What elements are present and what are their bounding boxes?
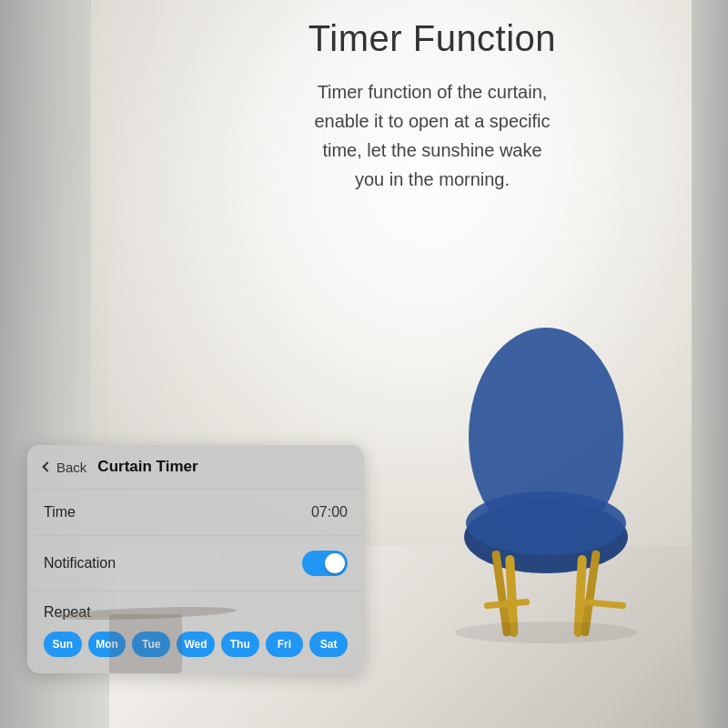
time-label: Time xyxy=(44,504,76,521)
table-leg xyxy=(109,614,182,673)
panel-header: Back Curtain Timer xyxy=(27,445,364,490)
curtain-right xyxy=(692,0,728,728)
chevron-left-icon xyxy=(42,461,52,471)
chair-image xyxy=(419,291,673,673)
notification-label: Notification xyxy=(44,555,116,571)
time-row: Time 07:00 xyxy=(27,490,364,536)
toggle-thumb xyxy=(325,553,345,573)
notification-toggle[interactable] xyxy=(302,551,348,576)
day-sat[interactable]: Sat xyxy=(309,632,348,657)
svg-point-2 xyxy=(466,491,626,555)
back-button[interactable]: Back xyxy=(44,460,86,475)
repeat-section: Repeat Sun Mon Tue Wed Thu Fri Sat xyxy=(27,592,364,673)
panel-title: Curtain Timer xyxy=(97,458,197,476)
page-subtitle: Timer function of the curtain,enable it … xyxy=(182,77,682,194)
time-value[interactable]: 07:00 xyxy=(311,504,348,521)
title-area: Timer Function Timer function of the cur… xyxy=(182,18,682,194)
page-title: Timer Function xyxy=(182,18,682,59)
notification-row: Notification xyxy=(27,536,364,592)
app-panel: Back Curtain Timer Time 07:00 Notificati… xyxy=(27,445,364,673)
day-sun[interactable]: Sun xyxy=(44,632,82,657)
back-label: Back xyxy=(56,460,86,475)
days-row: Sun Mon Tue Wed Thu Fri Sat xyxy=(44,632,348,657)
day-thu[interactable]: Thu xyxy=(221,632,259,657)
day-wed[interactable]: Wed xyxy=(177,632,215,657)
svg-point-9 xyxy=(455,622,637,643)
day-fri[interactable]: Fri xyxy=(266,632,304,657)
